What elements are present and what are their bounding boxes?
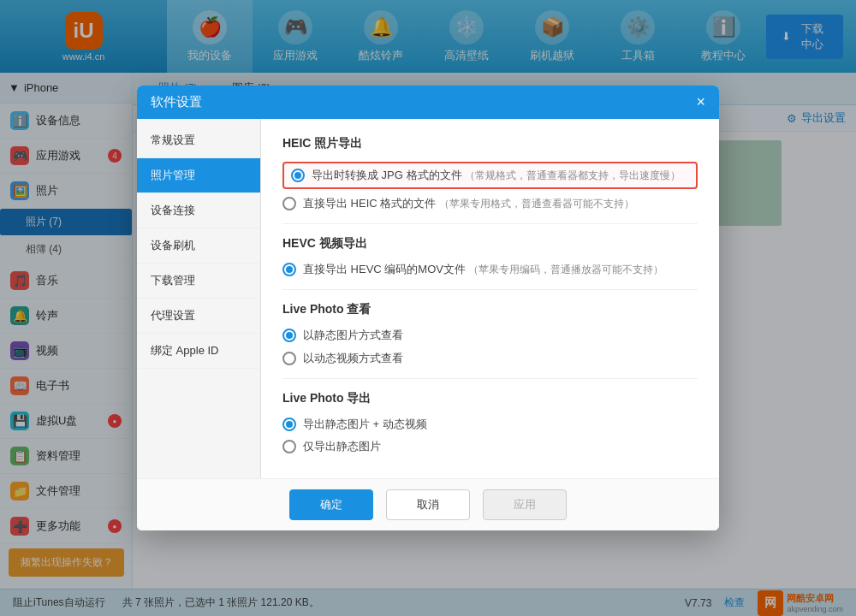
- radio-option-heic-opt2[interactable]: 直接导出 HEIC 格式的文件 （苹果专用格式，普通查看器可能不支持）: [282, 196, 698, 211]
- dialog-overlay: 软件设置 × 常规设置照片管理设备连接设备刷机下载管理代理设置绑定 Apple …: [0, 0, 856, 616]
- radio-option-le-opt1[interactable]: 导出静态图片 + 动态视频: [282, 417, 698, 432]
- settings-dialog: 软件设置 × 常规设置照片管理设备连接设备刷机下载管理代理设置绑定 Apple …: [137, 86, 719, 530]
- dialog-title: 软件设置: [151, 94, 202, 110]
- radio-option-lv-opt1[interactable]: 以静态图片方式查看: [282, 328, 698, 343]
- dialog-title-bar: 软件设置 ×: [137, 86, 719, 119]
- dialog-nav: 常规设置照片管理设备连接设备刷机下载管理代理设置绑定 Apple ID: [137, 119, 261, 478]
- dialog-nav-device-flash[interactable]: 设备刷机: [137, 228, 260, 264]
- dialog-nav-photo-mgr[interactable]: 照片管理: [137, 158, 260, 193]
- radio-label-heic-opt2: 直接导出 HEIC 格式的文件: [303, 197, 436, 210]
- section-title-hevc-export: HEVC 视频导出: [282, 236, 698, 252]
- section-title-heic-export: HEIC 照片导出: [282, 136, 698, 151]
- radio-label-lv-opt1: 以静态图片方式查看: [303, 329, 403, 341]
- section-divider-0: [282, 223, 698, 224]
- radio-label-heic-opt1: 导出时转换成 JPG 格式的文件: [312, 169, 462, 181]
- radio-label-lv-opt2: 以动态视频方式查看: [303, 352, 403, 364]
- section-title-livephoto-view: Live Photo 查看: [282, 302, 698, 317]
- dialog-footer: 确定 取消 应用: [137, 478, 719, 530]
- apply-button[interactable]: 应用: [483, 489, 567, 520]
- radio-circle-le-opt2: [282, 440, 296, 453]
- radio-circle-lv-opt1: [282, 329, 296, 342]
- section-divider-2: [282, 378, 698, 379]
- dialog-nav-device-conn[interactable]: 设备连接: [137, 193, 260, 228]
- confirm-button[interactable]: 确定: [289, 489, 373, 520]
- dialog-content: HEIC 照片导出导出时转换成 JPG 格式的文件 （常规格式，普通查看器都支持…: [261, 119, 719, 478]
- radio-option-heic-opt1[interactable]: 导出时转换成 JPG 格式的文件 （常规格式，普通查看器都支持，导出速度慢）: [282, 162, 698, 189]
- radio-circle-heic-opt1: [291, 169, 305, 182]
- dialog-nav-general[interactable]: 常规设置: [137, 123, 260, 158]
- dialog-nav-download-mgr[interactable]: 下载管理: [137, 264, 260, 299]
- radio-circle-lv-opt2: [282, 352, 296, 365]
- radio-note-heic-opt2: （苹果专用格式，普通查看器可能不支持）: [436, 198, 633, 210]
- dialog-nav-proxy[interactable]: 代理设置: [137, 299, 260, 334]
- dialog-body: 常规设置照片管理设备连接设备刷机下载管理代理设置绑定 Apple ID HEIC…: [137, 119, 719, 478]
- radio-label-le-opt2: 仅导出静态图片: [303, 440, 381, 453]
- radio-note-hevc-opt1: （苹果专用编码，普通播放器可能不支持）: [466, 264, 663, 275]
- radio-circle-hevc-opt1: [282, 263, 296, 276]
- radio-circle-le-opt1: [282, 418, 296, 431]
- radio-label-le-opt1: 导出静态图片 + 动态视频: [303, 418, 427, 430]
- cancel-button[interactable]: 取消: [386, 489, 470, 520]
- section-divider-1: [282, 289, 698, 290]
- dialog-close-button[interactable]: ×: [696, 94, 705, 110]
- radio-note-heic-opt1: （常规格式，普通查看器都支持，导出速度慢）: [462, 169, 681, 181]
- radio-label-hevc-opt1: 直接导出 HEVC 编码的MOV文件: [303, 263, 466, 275]
- radio-circle-heic-opt2: [282, 197, 296, 210]
- section-title-livephoto-export: Live Photo 导出: [282, 391, 698, 406]
- radio-option-hevc-opt1[interactable]: 直接导出 HEVC 编码的MOV文件 （苹果专用编码，普通播放器可能不支持）: [282, 262, 698, 277]
- radio-option-le-opt2[interactable]: 仅导出静态图片: [282, 439, 698, 454]
- radio-option-lv-opt2[interactable]: 以动态视频方式查看: [282, 351, 698, 366]
- dialog-nav-apple-id[interactable]: 绑定 Apple ID: [137, 334, 260, 369]
